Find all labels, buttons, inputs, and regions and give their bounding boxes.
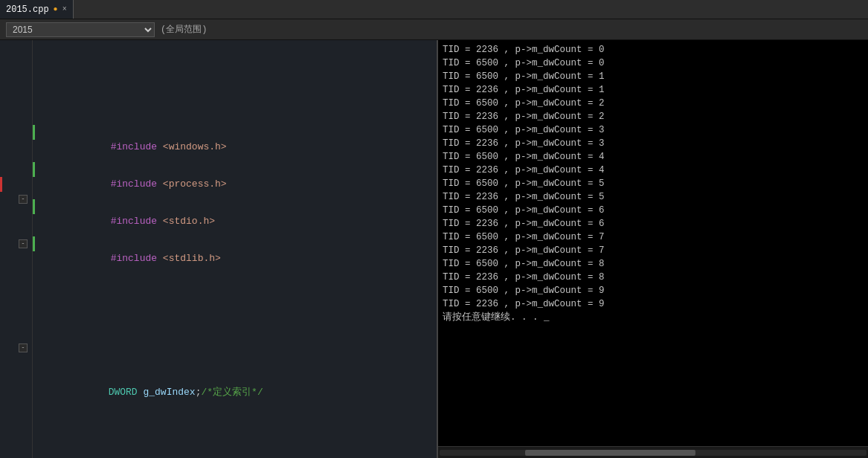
code-line-include1: #include <windows.h> — [33, 125, 437, 140]
gutter-line — [0, 177, 32, 192]
code-line-include2: #include <process.h> — [33, 162, 437, 177]
console-line: TID = 6500 , p->m_dwCount = 9 — [443, 284, 864, 297]
code-editor[interactable]: #include <windows.h> #include <process.h… — [33, 40, 437, 458]
console-line: TID = 6500 , p->m_dwCount = 3 — [443, 123, 864, 137]
code-line-include4: #include <stdlib.h> — [33, 236, 437, 251]
console-line: TID = 6500 , p->m_dwCount = 5 — [443, 177, 864, 190]
code-line-include3: #include <stdio.h> — [33, 199, 437, 214]
console-line: TID = 2236 , p->m_dwCount = 5 — [443, 190, 864, 204]
gutter-line — [0, 73, 32, 88]
code-line-blank — [33, 285, 437, 300]
tab-2015cpp[interactable]: 2015.cpp ● × — [0, 0, 74, 19]
tab-close-icon[interactable]: × — [62, 5, 67, 13]
gutter-line — [0, 326, 32, 341]
code-content: #include <windows.h> #include <process.h… — [33, 40, 437, 458]
code-line-blank2 — [33, 322, 437, 337]
console-line: TID = 2236 , p->m_dwCount = 8 — [443, 271, 864, 284]
console-line: TID = 6500 , p->m_dwCount = 7 — [443, 230, 864, 244]
console-line: TID = 6500 , p->m_dwCount = 6 — [443, 204, 864, 217]
gutter-fold-14[interactable]: - — [0, 236, 32, 251]
code-line — [33, 77, 437, 91]
line-gutter: - - - — [0, 40, 33, 458]
console-line: TID = 2236 , p->m_dwCount = 3 — [443, 137, 864, 150]
console-line: TID = 6500 , p->m_dwCount = 8 — [443, 257, 864, 271]
console-line: TID = 2236 , p->m_dwCount = 6 — [443, 217, 864, 230]
toolbar: 2015 (全局范围) — [0, 19, 868, 40]
console-line: TID = 6500 , p->m_dwCount = 0 — [443, 57, 864, 70]
scrollbar-thumb[interactable] — [525, 450, 696, 456]
console-line: TID = 2236 , p->m_dwCount = 7 — [443, 244, 864, 257]
gutter-line — [0, 103, 32, 117]
gutter-line — [0, 222, 32, 236]
console-line: TID = 2236 , p->m_dwCount = 0 — [443, 43, 864, 57]
gutter-line — [0, 88, 32, 103]
fold-button[interactable]: - — [19, 344, 28, 352]
console-line: TID = 2236 , p->m_dwCount = 1 — [443, 83, 864, 97]
gutter-line — [0, 162, 32, 177]
fold-button[interactable]: - — [19, 195, 28, 204]
tab-bar: 2015.cpp ● × — [0, 0, 868, 19]
file-selector[interactable]: 2015 — [6, 22, 155, 37]
console-scrollbar[interactable] — [438, 446, 868, 458]
code-line-blank3 — [33, 419, 437, 433]
gutter-line — [0, 296, 32, 311]
gutter-line — [0, 117, 32, 132]
gutter-line — [0, 43, 32, 58]
scope-label: (全局范围) — [161, 23, 207, 36]
gutter-fold-21[interactable]: - — [0, 341, 32, 355]
gutter-line — [0, 266, 32, 281]
console-output: TID = 2236 , p->m_dwCount = 0TID = 6500 … — [438, 40, 868, 446]
console-line: TID = 6500 , p->m_dwCount = 1 — [443, 70, 864, 83]
main-area: - - - #include <windows.h> #include <pro… — [0, 40, 868, 458]
console-line: TID = 2236 , p->m_dwCount = 2 — [443, 110, 864, 123]
gutter-line — [0, 311, 32, 326]
gutter-line — [0, 58, 32, 73]
console-line: TID = 6500 , p->m_dwCount = 2 — [443, 97, 864, 110]
gutter-line — [0, 132, 32, 147]
console-prompt: 请按任意键继续. . . _ — [443, 311, 864, 324]
console-line: TID = 6500 , p->m_dwCount = 4 — [443, 150, 864, 164]
tab-marker: ● — [54, 5, 58, 13]
gutter-fold-11[interactable]: - — [0, 192, 32, 207]
code-line-dword-g: DWORD g_dwIndex;/*定义索引*/ — [33, 370, 437, 385]
gutter-line — [0, 281, 32, 296]
tab-filename: 2015.cpp — [6, 4, 49, 15]
gutter-line — [0, 207, 32, 222]
scrollbar-track[interactable] — [440, 450, 867, 456]
console-line: TID = 2236 , p->m_dwCount = 4 — [443, 164, 864, 177]
gutter-line — [0, 147, 32, 162]
console-line: TID = 2236 , p->m_dwCount = 9 — [443, 297, 864, 311]
gutter-line — [0, 251, 32, 266]
console-panel: TID = 2236 , p->m_dwCount = 0TID = 6500 … — [437, 40, 868, 458]
fold-button[interactable]: - — [19, 239, 28, 248]
